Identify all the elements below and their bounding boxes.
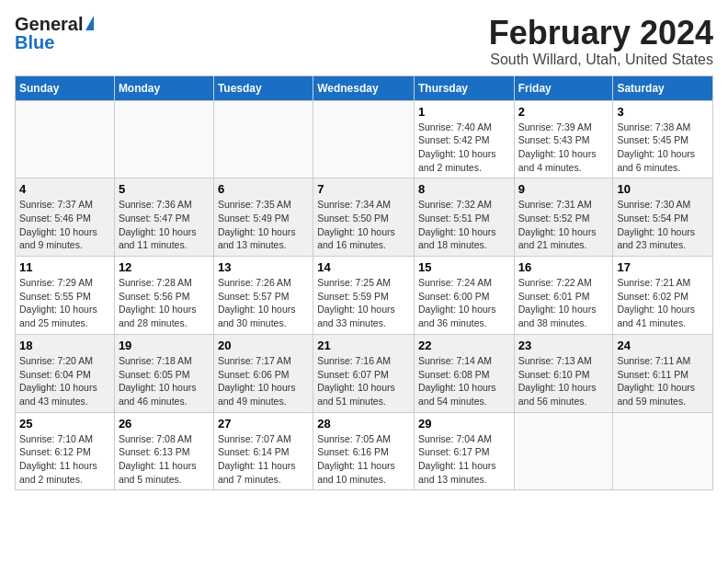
header: General Blue February 2024 South Willard…: [15, 15, 713, 68]
calendar-cell: 21Sunrise: 7:16 AM Sunset: 6:07 PM Dayli…: [313, 334, 415, 412]
calendar-cell: 16Sunrise: 7:22 AM Sunset: 6:01 PM Dayli…: [514, 257, 613, 335]
day-number: 3: [617, 105, 709, 119]
day-info: Sunrise: 7:35 AM Sunset: 5:49 PM Dayligh…: [218, 198, 309, 252]
day-info: Sunrise: 7:34 AM Sunset: 5:50 PM Dayligh…: [317, 198, 410, 252]
day-number: 4: [19, 182, 110, 196]
calendar-cell: 8Sunrise: 7:32 AM Sunset: 5:51 PM Daylig…: [414, 178, 514, 257]
day-info: Sunrise: 7:36 AM Sunset: 5:47 PM Dayligh…: [119, 198, 210, 252]
col-header-saturday: Saturday: [613, 75, 713, 100]
day-info: Sunrise: 7:29 AM Sunset: 5:55 PM Dayligh…: [19, 276, 110, 330]
calendar-cell: [16, 100, 115, 178]
calendar-cell: 7Sunrise: 7:34 AM Sunset: 5:50 PM Daylig…: [313, 178, 415, 257]
calendar-week-row: 18Sunrise: 7:20 AM Sunset: 6:04 PM Dayli…: [16, 334, 713, 412]
calendar-cell: 4Sunrise: 7:37 AM Sunset: 5:46 PM Daylig…: [16, 178, 115, 257]
day-number: 28: [317, 417, 410, 431]
calendar-cell: [114, 100, 213, 178]
col-header-tuesday: Tuesday: [213, 75, 313, 100]
logo: General Blue: [15, 15, 94, 52]
day-number: 23: [518, 339, 609, 352]
calendar-cell: 20Sunrise: 7:17 AM Sunset: 6:06 PM Dayli…: [213, 334, 313, 412]
calendar-cell: 18Sunrise: 7:20 AM Sunset: 6:04 PM Dayli…: [16, 334, 115, 412]
calendar-cell: 5Sunrise: 7:36 AM Sunset: 5:47 PM Daylig…: [114, 178, 213, 257]
calendar-cell: [213, 100, 313, 178]
day-info: Sunrise: 7:08 AM Sunset: 6:13 PM Dayligh…: [119, 432, 210, 487]
day-number: 13: [218, 260, 309, 274]
day-number: 15: [418, 260, 510, 274]
day-info: Sunrise: 7:04 AM Sunset: 6:17 PM Dayligh…: [418, 432, 510, 487]
col-header-sunday: Sunday: [16, 75, 115, 100]
col-header-monday: Monday: [114, 75, 213, 100]
month-title: February 2024: [489, 15, 713, 52]
calendar-cell: 9Sunrise: 7:31 AM Sunset: 5:52 PM Daylig…: [514, 178, 613, 257]
day-number: 17: [617, 260, 709, 274]
calendar-table: SundayMondayTuesdayWednesdayThursdayFrid…: [15, 75, 713, 491]
day-info: Sunrise: 7:37 AM Sunset: 5:46 PM Dayligh…: [19, 198, 110, 252]
calendar-cell: 15Sunrise: 7:24 AM Sunset: 6:00 PM Dayli…: [414, 257, 514, 335]
day-number: 26: [119, 417, 210, 431]
calendar-week-row: 11Sunrise: 7:29 AM Sunset: 5:55 PM Dayli…: [16, 257, 713, 335]
day-number: 21: [317, 339, 410, 352]
day-info: Sunrise: 7:24 AM Sunset: 6:00 PM Dayligh…: [418, 276, 510, 330]
day-info: Sunrise: 7:26 AM Sunset: 5:57 PM Dayligh…: [218, 276, 309, 330]
day-info: Sunrise: 7:25 AM Sunset: 5:59 PM Dayligh…: [317, 276, 410, 330]
day-info: Sunrise: 7:10 AM Sunset: 6:12 PM Dayligh…: [19, 432, 110, 487]
calendar-cell: 12Sunrise: 7:28 AM Sunset: 5:56 PM Dayli…: [114, 257, 213, 335]
day-number: 8: [418, 182, 510, 196]
col-header-thursday: Thursday: [414, 75, 514, 100]
day-number: 7: [317, 182, 410, 196]
calendar-cell: [613, 412, 713, 490]
calendar-cell: 29Sunrise: 7:04 AM Sunset: 6:17 PM Dayli…: [414, 412, 514, 490]
calendar-cell: 19Sunrise: 7:18 AM Sunset: 6:05 PM Dayli…: [114, 334, 213, 412]
day-info: Sunrise: 7:20 AM Sunset: 6:04 PM Dayligh…: [19, 354, 110, 408]
day-number: 1: [418, 105, 510, 119]
day-number: 9: [518, 182, 609, 196]
day-number: 5: [119, 182, 210, 196]
day-number: 10: [617, 182, 709, 196]
day-info: Sunrise: 7:30 AM Sunset: 5:54 PM Dayligh…: [617, 198, 709, 252]
day-info: Sunrise: 7:40 AM Sunset: 5:42 PM Dayligh…: [418, 121, 510, 175]
day-info: Sunrise: 7:05 AM Sunset: 6:16 PM Dayligh…: [317, 432, 410, 487]
calendar-cell: [313, 100, 415, 178]
calendar-cell: 6Sunrise: 7:35 AM Sunset: 5:49 PM Daylig…: [213, 178, 313, 257]
day-info: Sunrise: 7:14 AM Sunset: 6:08 PM Dayligh…: [418, 354, 510, 408]
day-info: Sunrise: 7:17 AM Sunset: 6:06 PM Dayligh…: [218, 354, 309, 408]
day-number: 22: [418, 339, 510, 352]
col-header-friday: Friday: [514, 75, 613, 100]
day-info: Sunrise: 7:13 AM Sunset: 6:10 PM Dayligh…: [518, 354, 609, 408]
calendar-cell: 22Sunrise: 7:14 AM Sunset: 6:08 PM Dayli…: [414, 334, 514, 412]
calendar-cell: 1Sunrise: 7:40 AM Sunset: 5:42 PM Daylig…: [414, 100, 514, 178]
title-area: February 2024 South Willard, Utah, Unite…: [489, 15, 713, 68]
day-info: Sunrise: 7:39 AM Sunset: 5:43 PM Dayligh…: [518, 121, 609, 175]
calendar-header-row: SundayMondayTuesdayWednesdayThursdayFrid…: [16, 75, 713, 100]
day-info: Sunrise: 7:16 AM Sunset: 6:07 PM Dayligh…: [317, 354, 410, 408]
day-info: Sunrise: 7:32 AM Sunset: 5:51 PM Dayligh…: [418, 198, 510, 252]
day-number: 16: [518, 260, 609, 274]
day-number: 19: [119, 339, 210, 352]
day-info: Sunrise: 7:07 AM Sunset: 6:14 PM Dayligh…: [218, 432, 309, 487]
day-info: Sunrise: 7:28 AM Sunset: 5:56 PM Dayligh…: [119, 276, 210, 330]
day-number: 11: [19, 260, 110, 274]
calendar-cell: 25Sunrise: 7:10 AM Sunset: 6:12 PM Dayli…: [16, 412, 115, 490]
day-info: Sunrise: 7:38 AM Sunset: 5:45 PM Dayligh…: [617, 121, 709, 175]
calendar-cell: 26Sunrise: 7:08 AM Sunset: 6:13 PM Dayli…: [114, 412, 213, 490]
day-info: Sunrise: 7:21 AM Sunset: 6:02 PM Dayligh…: [617, 276, 709, 330]
day-number: 18: [19, 339, 110, 352]
day-info: Sunrise: 7:31 AM Sunset: 5:52 PM Dayligh…: [518, 198, 609, 252]
day-number: 20: [218, 339, 309, 352]
calendar-week-row: 25Sunrise: 7:10 AM Sunset: 6:12 PM Dayli…: [16, 412, 713, 490]
day-number: 27: [218, 417, 309, 431]
day-number: 6: [218, 182, 309, 196]
calendar-cell: 13Sunrise: 7:26 AM Sunset: 5:57 PM Dayli…: [213, 257, 313, 335]
calendar-cell: 11Sunrise: 7:29 AM Sunset: 5:55 PM Dayli…: [16, 257, 115, 335]
day-info: Sunrise: 7:18 AM Sunset: 6:05 PM Dayligh…: [119, 354, 210, 408]
day-number: 2: [518, 105, 609, 119]
calendar-week-row: 4Sunrise: 7:37 AM Sunset: 5:46 PM Daylig…: [16, 178, 713, 257]
logo-blue-text: Blue: [15, 33, 54, 52]
calendar-cell: 10Sunrise: 7:30 AM Sunset: 5:54 PM Dayli…: [613, 178, 713, 257]
day-info: Sunrise: 7:11 AM Sunset: 6:11 PM Dayligh…: [617, 354, 709, 408]
calendar-cell: [514, 412, 613, 490]
logo-general-text: General: [15, 15, 83, 33]
calendar-cell: 3Sunrise: 7:38 AM Sunset: 5:45 PM Daylig…: [613, 100, 713, 178]
day-number: 24: [617, 339, 709, 352]
location-title: South Willard, Utah, United States: [489, 52, 713, 68]
